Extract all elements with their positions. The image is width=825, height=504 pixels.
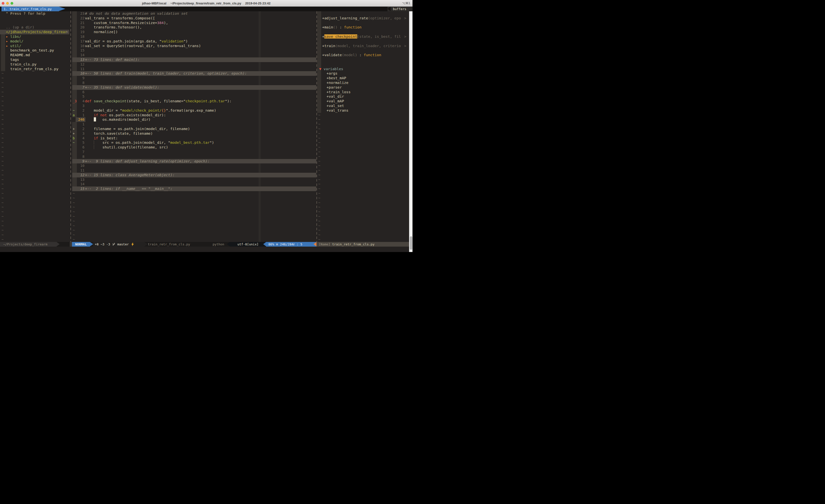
code-line[interactable]: 3 bbox=[69, 103, 316, 108]
tag-item[interactable]: ▼ variables bbox=[316, 67, 409, 71]
code-line[interactable]: 5 bbox=[69, 94, 316, 99]
tag-item[interactable]: +train(model, train_loader, criterio> bbox=[316, 44, 409, 48]
code-line[interactable]: 11 bbox=[69, 168, 316, 173]
tag-item bbox=[316, 11, 409, 16]
code-line[interactable]: 8 bbox=[69, 154, 316, 159]
tag-item[interactable]: +val_mAP bbox=[316, 99, 409, 103]
code-line[interactable]: 17val_dir = os.path.join(args.data, "val… bbox=[69, 39, 316, 44]
tag-item[interactable]: +save_checkpoint(state, is_best, fil> bbox=[316, 34, 409, 39]
tilde-marker: ~ bbox=[318, 136, 320, 141]
tilde-marker: ~ bbox=[318, 214, 320, 219]
code-line[interactable]: _34def save_checkpoint(state, is_best, f… bbox=[69, 99, 316, 103]
token-p: custom_transform.Resize(size= bbox=[85, 21, 157, 25]
tilde-marker: ~ bbox=[73, 228, 75, 233]
line-number: 18 bbox=[76, 34, 84, 39]
tree-item[interactable]: .. (up a dir) bbox=[0, 25, 69, 30]
tree-empty-line: ~ bbox=[0, 150, 69, 154]
folded-region[interactable]: 9+-- 9 lines: def adjust_learning_rate(o… bbox=[69, 159, 316, 164]
git-branch-icon bbox=[112, 243, 115, 246]
tree-item[interactable]: ▸ util/ bbox=[0, 44, 69, 48]
tagbar-empty-line: ~ bbox=[316, 177, 409, 182]
folded-region[interactable]: 10+-- 50 lines: def train(model, train_l… bbox=[69, 71, 316, 76]
tree-item[interactable]: tags bbox=[0, 58, 69, 62]
tree-item[interactable]: train_retr_from_cls.py bbox=[0, 67, 69, 71]
code-line[interactable]: 14 bbox=[69, 182, 316, 186]
code-line[interactable]: 9 bbox=[69, 76, 316, 80]
tilde-marker: ~ bbox=[318, 182, 320, 186]
window-title-host: jdhao-MBP.local bbox=[142, 1, 166, 5]
code-line[interactable]: 21 custom_transform.Resize(size=384), bbox=[69, 21, 316, 25]
code-line[interactable]: 10 bbox=[69, 163, 316, 168]
folded-region[interactable]: 13+-- 73 lines: def main(): bbox=[69, 58, 316, 62]
code-line[interactable]: 23# do not do data augmentation on valid… bbox=[69, 11, 316, 16]
folded-region[interactable]: 15+-- 2 lines: if __name__ == "__main__"… bbox=[69, 186, 316, 191]
line-number: 5 bbox=[76, 94, 84, 99]
token-strq: " bbox=[166, 108, 168, 112]
tag-item[interactable]: +main() : function bbox=[316, 25, 409, 30]
code-line[interactable]: 14 bbox=[69, 53, 316, 58]
tagbar-empty-line: ~ bbox=[316, 163, 409, 168]
tree-item[interactable]: train_cls.py bbox=[0, 62, 69, 67]
code-line[interactable]: 15 bbox=[69, 48, 316, 53]
token-p: +normalize bbox=[322, 80, 349, 85]
code-line[interactable]: 20 transforms.ToTensor(), bbox=[69, 25, 316, 30]
code-line[interactable]: 12 bbox=[69, 62, 316, 67]
code-line[interactable]: 246 os.makedirs(model_dir) bbox=[69, 117, 316, 122]
tag-item[interactable]: +validate(model) : function bbox=[316, 53, 409, 58]
code-line[interactable]: 6 bbox=[69, 90, 316, 94]
code-line[interactable]: 13 bbox=[69, 177, 316, 182]
tree-item[interactable]: ▸ model/ bbox=[0, 39, 69, 44]
command-line[interactable] bbox=[0, 247, 409, 252]
close-window-button[interactable] bbox=[2, 2, 4, 5]
code-line[interactable]: 11 bbox=[69, 67, 316, 71]
tilde-marker: ~ bbox=[1, 173, 4, 177]
tag-item[interactable]: +val_trans bbox=[316, 108, 409, 113]
minimize-window-button[interactable] bbox=[6, 2, 9, 5]
fold-text: +-- 50 lines: def train(model, train_loa… bbox=[85, 71, 247, 76]
truncation-arrow-icon: > bbox=[404, 16, 406, 21]
tilde-marker: ~ bbox=[318, 163, 320, 168]
code-line[interactable]: ~2 model_dir = "model/check_point/{}".fo… bbox=[69, 108, 316, 113]
tree-item-label: train_retr_from_cls.py bbox=[6, 67, 59, 71]
token-p: os.path.exists(model_dir): bbox=[107, 113, 166, 117]
code-line[interactable]: 8 bbox=[69, 80, 316, 85]
code-line[interactable]: 22val_trans = transforms.Compose([ bbox=[69, 16, 316, 21]
code-line[interactable]: +3 torch.save(state, filename) bbox=[69, 131, 316, 136]
statusline-nerdtree-path: ~/Projects/deep_firearm bbox=[0, 242, 57, 247]
tree-item[interactable]: </jdhao/Projects/deep_firear> bbox=[0, 30, 69, 34]
zoom-window-button[interactable] bbox=[11, 2, 13, 5]
tree-item[interactable]: ▸ libs/ bbox=[0, 34, 69, 39]
scrollbar-track[interactable] bbox=[409, 11, 412, 252]
line-number: 1 bbox=[76, 113, 84, 117]
buffers-label[interactable]: buffers bbox=[393, 7, 406, 11]
tagbar-empty-line: ~ bbox=[316, 122, 409, 127]
tag-item[interactable]: +parser bbox=[316, 85, 409, 90]
folded-region[interactable]: 7+-- 35 lines: def validate(model): bbox=[69, 85, 316, 90]
code-line[interactable]: 7 bbox=[69, 150, 316, 154]
code-line[interactable]: 6 shutil.copyfile(filename, src) bbox=[69, 145, 316, 150]
tag-item[interactable]: +adjust_learning_rate(optimizer, epo> bbox=[316, 16, 409, 21]
code-line[interactable]: 1 bbox=[69, 122, 316, 127]
tag-item[interactable]: +best_mAP bbox=[316, 76, 409, 80]
code-line[interactable]: ~5 src = os.path.join(model_dir, "model_… bbox=[69, 140, 316, 145]
folded-region[interactable]: 12+-- 15 lines: class AverageMeter(objec… bbox=[69, 173, 316, 177]
code-line[interactable]: 18 bbox=[69, 34, 316, 39]
code-line[interactable]: a1 if not os.path.exists(model_dir): bbox=[69, 113, 316, 117]
code-line[interactable]: +2 filename = os.path.join(model_dir, fi… bbox=[69, 127, 316, 131]
scrollbar-thumb[interactable] bbox=[410, 236, 412, 250]
tag-item[interactable]: +val_set bbox=[316, 103, 409, 108]
tree-item[interactable]: README.md bbox=[0, 53, 69, 58]
code-line[interactable]: 19 normalize]) bbox=[69, 30, 316, 34]
code-empty-line: ~ bbox=[69, 233, 316, 237]
tab-train-retr-from-cls[interactable]: 1. train_retr_from_cls.py bbox=[1, 7, 59, 11]
tree-item-label: ▸ libs/ bbox=[6, 34, 21, 39]
token-sig: () bbox=[333, 25, 338, 29]
tag-item[interactable]: +train_loss bbox=[316, 90, 409, 94]
tree-item[interactable]: " Press ? for help bbox=[0, 11, 69, 16]
tag-item[interactable]: +normalize bbox=[316, 80, 409, 85]
tag-item[interactable]: +val_dir bbox=[316, 94, 409, 99]
tree-item[interactable]: benchmark_on_test.py bbox=[0, 48, 69, 53]
tag-item[interactable]: +args bbox=[316, 71, 409, 76]
code-line[interactable]: b4 if is_best: bbox=[69, 136, 316, 141]
code-line[interactable]: 16val_set = QuerySet(root=val_dir, trans… bbox=[69, 44, 316, 48]
